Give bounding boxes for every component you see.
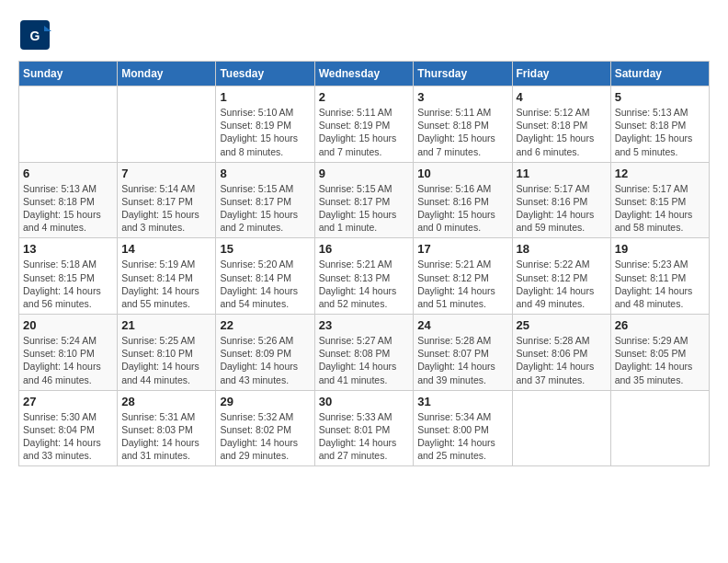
- day-number: 24: [417, 318, 507, 332]
- day-number: 2: [319, 90, 410, 104]
- calendar-cell: 18Sunrise: 5:22 AM Sunset: 8:12 PM Dayli…: [512, 238, 610, 315]
- day-number: 31: [417, 395, 507, 408]
- day-number: 25: [517, 318, 607, 332]
- weekday-header: Friday: [512, 62, 610, 86]
- logo: G: [18, 18, 55, 52]
- day-info: Sunrise: 5:17 AM Sunset: 8:15 PM Dayligh…: [615, 182, 705, 235]
- calendar-cell: 27Sunrise: 5:30 AM Sunset: 8:04 PM Dayli…: [19, 390, 118, 466]
- calendar-cell: 2Sunrise: 5:11 AM Sunset: 8:19 PM Daylig…: [314, 86, 414, 163]
- calendar-cell: [512, 390, 610, 466]
- weekday-header: Wednesday: [314, 62, 414, 86]
- calendar-cell: 30Sunrise: 5:33 AM Sunset: 8:01 PM Dayli…: [314, 390, 414, 466]
- calendar-cell: 15Sunrise: 5:20 AM Sunset: 8:14 PM Dayli…: [216, 238, 314, 315]
- calendar-cell: 25Sunrise: 5:28 AM Sunset: 8:06 PM Dayli…: [512, 315, 610, 391]
- day-info: Sunrise: 5:11 AM Sunset: 8:18 PM Dayligh…: [417, 106, 507, 158]
- calendar-cell: 29Sunrise: 5:32 AM Sunset: 8:02 PM Dayli…: [216, 390, 314, 466]
- day-info: Sunrise: 5:29 AM Sunset: 8:05 PM Dayligh…: [615, 334, 705, 386]
- weekday-header: Monday: [118, 62, 216, 86]
- day-number: 28: [121, 395, 211, 408]
- day-number: 13: [23, 242, 113, 256]
- day-number: 14: [121, 242, 211, 256]
- day-number: 10: [417, 167, 507, 180]
- day-info: Sunrise: 5:13 AM Sunset: 8:18 PM Dayligh…: [23, 182, 113, 235]
- day-number: 6: [23, 167, 113, 180]
- day-info: Sunrise: 5:20 AM Sunset: 8:14 PM Dayligh…: [220, 258, 310, 310]
- calendar-cell: [610, 390, 709, 466]
- calendar-cell: 3Sunrise: 5:11 AM Sunset: 8:18 PM Daylig…: [414, 86, 512, 163]
- day-info: Sunrise: 5:22 AM Sunset: 8:12 PM Dayligh…: [517, 258, 607, 310]
- day-info: Sunrise: 5:15 AM Sunset: 8:17 PM Dayligh…: [220, 182, 310, 235]
- day-number: 5: [615, 90, 705, 104]
- calendar-week-row: 6Sunrise: 5:13 AM Sunset: 8:18 PM Daylig…: [19, 162, 710, 238]
- day-number: 22: [220, 318, 310, 332]
- day-info: Sunrise: 5:12 AM Sunset: 8:18 PM Dayligh…: [517, 106, 607, 158]
- calendar-cell: 22Sunrise: 5:26 AM Sunset: 8:09 PM Dayli…: [216, 315, 314, 391]
- calendar-cell: 26Sunrise: 5:29 AM Sunset: 8:05 PM Dayli…: [610, 315, 709, 391]
- calendar-cell: 1Sunrise: 5:10 AM Sunset: 8:19 PM Daylig…: [216, 86, 314, 163]
- day-number: 3: [417, 90, 507, 104]
- calendar-week-row: 13Sunrise: 5:18 AM Sunset: 8:15 PM Dayli…: [19, 238, 710, 315]
- calendar-cell: [19, 86, 118, 163]
- calendar-cell: 31Sunrise: 5:34 AM Sunset: 8:00 PM Dayli…: [414, 390, 512, 466]
- weekday-header: Thursday: [414, 62, 512, 86]
- day-info: Sunrise: 5:31 AM Sunset: 8:03 PM Dayligh…: [121, 410, 211, 463]
- calendar-cell: 17Sunrise: 5:21 AM Sunset: 8:12 PM Dayli…: [414, 238, 512, 315]
- day-number: 27: [23, 395, 113, 408]
- day-info: Sunrise: 5:24 AM Sunset: 8:10 PM Dayligh…: [23, 334, 113, 386]
- calendar-table: SundayMondayTuesdayWednesdayThursdayFrid…: [18, 61, 710, 466]
- calendar-cell: 5Sunrise: 5:13 AM Sunset: 8:18 PM Daylig…: [610, 86, 709, 163]
- day-number: 23: [319, 318, 410, 332]
- weekday-header-row: SundayMondayTuesdayWednesdayThursdayFrid…: [19, 62, 710, 86]
- calendar-cell: 8Sunrise: 5:15 AM Sunset: 8:17 PM Daylig…: [216, 162, 314, 238]
- day-info: Sunrise: 5:11 AM Sunset: 8:19 PM Dayligh…: [319, 106, 410, 158]
- calendar-cell: 9Sunrise: 5:15 AM Sunset: 8:17 PM Daylig…: [314, 162, 414, 238]
- calendar-week-row: 1Sunrise: 5:10 AM Sunset: 8:19 PM Daylig…: [19, 86, 710, 163]
- day-info: Sunrise: 5:34 AM Sunset: 8:00 PM Dayligh…: [417, 410, 507, 463]
- calendar-cell: 19Sunrise: 5:23 AM Sunset: 8:11 PM Dayli…: [610, 238, 709, 315]
- day-number: 18: [517, 242, 607, 256]
- day-info: Sunrise: 5:27 AM Sunset: 8:08 PM Dayligh…: [319, 334, 410, 386]
- calendar-cell: 16Sunrise: 5:21 AM Sunset: 8:13 PM Dayli…: [314, 238, 414, 315]
- day-info: Sunrise: 5:25 AM Sunset: 8:10 PM Dayligh…: [121, 334, 211, 386]
- calendar-cell: 12Sunrise: 5:17 AM Sunset: 8:15 PM Dayli…: [610, 162, 709, 238]
- day-number: 7: [121, 167, 211, 180]
- calendar-cell: 20Sunrise: 5:24 AM Sunset: 8:10 PM Dayli…: [19, 315, 118, 391]
- day-info: Sunrise: 5:10 AM Sunset: 8:19 PM Dayligh…: [220, 106, 310, 158]
- day-info: Sunrise: 5:21 AM Sunset: 8:13 PM Dayligh…: [319, 258, 410, 310]
- weekday-header: Tuesday: [216, 62, 314, 86]
- svg-text:G: G: [30, 29, 40, 43]
- calendar-cell: 13Sunrise: 5:18 AM Sunset: 8:15 PM Dayli…: [19, 238, 118, 315]
- day-number: 16: [319, 242, 410, 256]
- day-number: 15: [220, 242, 310, 256]
- day-info: Sunrise: 5:23 AM Sunset: 8:11 PM Dayligh…: [615, 258, 705, 310]
- weekday-header: Saturday: [610, 62, 709, 86]
- day-info: Sunrise: 5:14 AM Sunset: 8:17 PM Dayligh…: [121, 182, 211, 235]
- day-number: 12: [615, 167, 705, 180]
- day-number: 20: [23, 318, 113, 332]
- day-number: 21: [121, 318, 211, 332]
- day-info: Sunrise: 5:33 AM Sunset: 8:01 PM Dayligh…: [319, 410, 410, 463]
- day-number: 4: [517, 90, 607, 104]
- calendar-cell: 23Sunrise: 5:27 AM Sunset: 8:08 PM Dayli…: [314, 315, 414, 391]
- logo-icon: G: [18, 18, 51, 52]
- calendar-cell: 24Sunrise: 5:28 AM Sunset: 8:07 PM Dayli…: [414, 315, 512, 391]
- day-number: 1: [220, 90, 310, 104]
- day-info: Sunrise: 5:28 AM Sunset: 8:06 PM Dayligh…: [517, 334, 607, 386]
- day-info: Sunrise: 5:32 AM Sunset: 8:02 PM Dayligh…: [220, 410, 310, 463]
- day-number: 26: [615, 318, 705, 332]
- day-info: Sunrise: 5:19 AM Sunset: 8:14 PM Dayligh…: [121, 258, 211, 310]
- calendar-cell: [118, 86, 216, 163]
- calendar-cell: 7Sunrise: 5:14 AM Sunset: 8:17 PM Daylig…: [118, 162, 216, 238]
- day-number: 8: [220, 167, 310, 180]
- day-number: 11: [517, 167, 607, 180]
- day-number: 29: [220, 395, 310, 408]
- calendar-cell: 28Sunrise: 5:31 AM Sunset: 8:03 PM Dayli…: [118, 390, 216, 466]
- day-info: Sunrise: 5:28 AM Sunset: 8:07 PM Dayligh…: [417, 334, 507, 386]
- calendar-cell: 21Sunrise: 5:25 AM Sunset: 8:10 PM Dayli…: [118, 315, 216, 391]
- day-number: 17: [417, 242, 507, 256]
- day-info: Sunrise: 5:18 AM Sunset: 8:15 PM Dayligh…: [23, 258, 113, 310]
- day-info: Sunrise: 5:16 AM Sunset: 8:16 PM Dayligh…: [417, 182, 507, 235]
- day-info: Sunrise: 5:30 AM Sunset: 8:04 PM Dayligh…: [23, 410, 113, 463]
- calendar-cell: 10Sunrise: 5:16 AM Sunset: 8:16 PM Dayli…: [414, 162, 512, 238]
- day-info: Sunrise: 5:21 AM Sunset: 8:12 PM Dayligh…: [417, 258, 507, 310]
